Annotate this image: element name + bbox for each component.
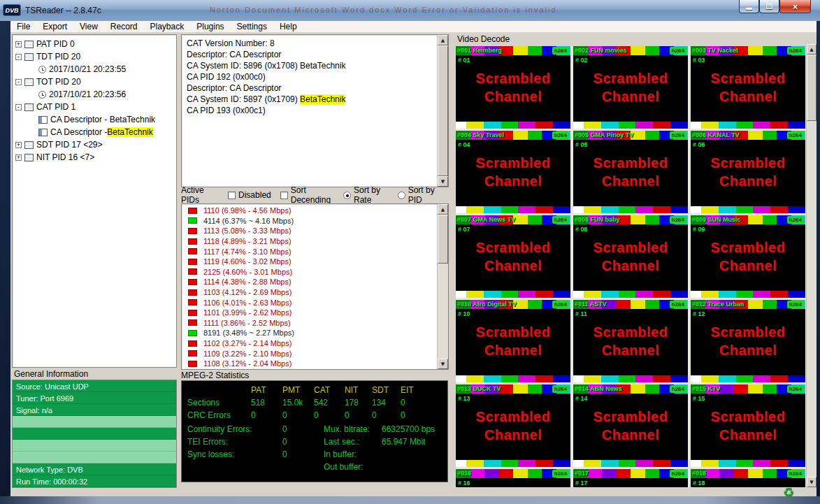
tree-item[interactable]: +PAT PID 0 [13,38,176,50]
channel-label: #015 KTV [692,385,721,392]
active-pids-list[interactable]: 1110 (6.98% - 4.56 Mbps)4114 (6.37% ~ 4.… [181,203,449,370]
red-pid-chip [188,279,197,285]
pid-row[interactable]: 1113 (5.08% - 3.33 Mbps) [182,226,437,236]
pid-row[interactable]: 1111 (3.86% - 2.52 Mbps) [182,318,437,329]
color-bar-segment [631,300,645,309]
menu-item-export[interactable]: Export [36,21,73,32]
close-button[interactable]: × [779,0,811,13]
menu-item-playback[interactable]: Playback [144,21,191,32]
pids-scrollbar[interactable]: ▲ ▼ [437,204,448,369]
scroll-up-button[interactable]: ▲ [807,44,817,55]
detail-panel[interactable]: CAT Version Number: 8Descriptor: CA Desc… [181,34,449,187]
video-thumbnail[interactable]: #012 Trace Urbanh264# 12ScrambledChannel [691,300,805,382]
expander-minus-icon[interactable]: - [15,104,22,110]
pid-row[interactable]: 1102 (3.27% - 2.14 Mbps) [182,338,437,349]
scroll-thumb[interactable] [438,215,448,264]
video-thumbnail[interactable]: #007 GMA News TVh264# 07ScrambledChannel [456,215,570,298]
scroll-up-button[interactable]: ▲ [438,35,448,45]
video-scrollbar[interactable]: ▲ ▼ [806,44,817,487]
pid-row[interactable]: 1101 (3.99% - 2.62 Mbps) [182,308,437,318]
pid-row[interactable]: 8191 (3.48% ~ 2.27 Mbps) [182,328,437,338]
info-row [13,440,176,452]
expander-plus-icon[interactable]: + [15,154,22,161]
pid-row[interactable]: 4114 (6.37% ~ 4.16 Mbps) [182,216,437,226]
video-thumbnail[interactable]: #006 KANAL TVh264# 06ScrambledChannel [691,131,805,213]
tree-item[interactable]: CA Descriptor - BetaTechnik [13,126,176,138]
tree-item[interactable]: -CAT PID 1 [13,101,176,113]
checkbox-sort-decending[interactable]: Sort Decending [280,185,334,205]
video-thumbnail[interactable]: #017h264# 17ScrambledChannel [573,469,688,487]
scroll-track[interactable] [807,55,817,477]
detail-scrollbar[interactable]: ▲ ▼ [437,35,448,187]
menu-item-view[interactable]: View [73,21,104,32]
pid-row[interactable]: 1103 (4.12% - 2.69 Mbps) [182,287,437,298]
menu-item-file[interactable]: File [10,21,36,32]
video-thumbnail[interactable]: #010 Afro Digital TVh264# 10ScrambledCha… [456,300,570,382]
pid-row[interactable]: 1110 (6.98% - 4.56 Mbps) [182,206,437,216]
scroll-track[interactable] [438,45,448,176]
expander-plus-icon[interactable]: + [15,142,22,148]
menu-item-plugins[interactable]: Plugins [190,21,230,32]
radio-selected-icon[interactable] [343,192,351,199]
codec-badge-h264: h264 [552,47,569,55]
tree-item[interactable]: 2017/10/21 20:23:55 [13,63,176,75]
menu-item-help[interactable]: Help [273,21,303,32]
checkbox-disabled[interactable]: Disabled [228,185,271,205]
radio-sort-by-rate[interactable]: Sort by Rate [343,185,389,205]
pid-row[interactable]: 1117 (4.74% - 3.10 Mbps) [182,246,437,257]
scroll-thumb[interactable] [807,55,817,121]
scroll-thumb[interactable] [438,45,448,176]
tree-item[interactable]: -TOT PID 20 [13,75,176,88]
tree-item[interactable]: 2017/10/21 20:23:56 [13,88,176,101]
pid-row[interactable]: 1106 (4.01% - 2.63 Mbps) [182,297,437,308]
video-thumbnail[interactable]: #001 Heimbergh264# 01ScrambledChannel [456,46,570,129]
scroll-down-button[interactable]: ▼ [438,359,448,369]
pid-row[interactable]: 1108 (3.12% - 2.04 Mbps) [182,359,437,369]
radio-sort-by-pid[interactable]: Sort by PID [398,185,440,205]
pid-row[interactable]: 1118 (4.89% - 3.21 Mbps) [182,236,437,247]
video-thumbnail[interactable]: #002 FUN moviesh264# 02ScrambledChannel [573,46,688,129]
expander-minus-icon[interactable]: - [15,79,22,85]
checkbox-unchecked-icon[interactable] [280,192,288,199]
color-bar-segment [701,122,719,129]
expander-minus-icon[interactable]: - [15,54,22,60]
video-thumbnail[interactable]: #005 GMA Pinoy TVh264# 05ScrambledChanne… [573,131,688,213]
video-thumbnail[interactable]: #015 KTVh264# 15ScrambledChannel [691,384,805,467]
stream-tree[interactable]: +PAT PID 0-TDT PID 202017/10/21 20:23:55… [12,34,177,368]
window-border-bottom [0,496,820,504]
tree-item[interactable]: -TDT PID 20 [13,50,176,63]
minimize-button[interactable] [739,0,759,13]
pid-row[interactable]: 2125 (4.60% - 3.01 Mbps) [182,267,437,278]
menu-item-record[interactable]: Record [104,21,144,32]
expander-plus-icon[interactable]: + [15,41,22,48]
scroll-up-button[interactable]: ▲ [438,204,448,215]
video-thumbnail[interactable]: #013 DUCK TVh264# 13ScrambledChannel [456,384,570,467]
menu-item-settings[interactable]: Settings [231,21,273,32]
video-thumbnail[interactable]: #008 FUN babyh264# 08ScrambledChannel [573,215,688,298]
video-thumbnail[interactable]: #014 ABN Newsh264# 14ScrambledChannel [573,384,688,467]
tree-item[interactable]: CA Descriptor - BetaTechnik [13,113,176,126]
scroll-track[interactable] [438,215,448,359]
program-number: # 05 [575,141,588,148]
video-thumbnail[interactable]: #009 SUN Musich264# 09ScrambledChannel [691,215,805,298]
pid-row[interactable]: 1109 (3.22% - 2.10 Mbps) [182,348,437,359]
scrambled-channel-text: ScrambledChannel [456,408,570,444]
radio-unselected-icon[interactable] [398,192,405,199]
tree-item[interactable]: +SDT PID 17 <29> [13,138,176,151]
checkbox-unchecked-icon[interactable] [228,192,236,199]
tree-item[interactable]: +NIT PID 16 <7> [13,151,176,164]
video-thumbnail[interactable]: #016h264# 16ScrambledChannel [456,469,570,487]
maximize-button[interactable] [759,0,779,13]
pid-row[interactable]: 1114 (4.38% - 2.88 Mbps) [182,277,437,287]
pid-row[interactable]: 1119 (4.60% - 3.02 Mbps) [182,257,437,267]
video-thumbnail[interactable]: #011 ASTVh264# 11ScrambledChannel [573,300,688,382]
stats-row-label: CRC Errors [187,410,231,420]
program-number: # 13 [458,395,470,402]
video-thumbnail[interactable]: #004 Sky Travelh264# 04ScrambledChannel [456,131,570,213]
video-thumbnail[interactable]: #003 TV Nacketh264# 03ScrambledChannel [691,46,805,129]
scroll-down-button[interactable]: ▼ [807,477,817,487]
color-bar-segment [653,375,670,382]
pid-text: 8191 (3.48% ~ 2.27 Mbps) [203,329,294,337]
title-bar[interactable]: DVB TSReader -- 2.8.47c Norton Document … [0,0,820,21]
codec-badge-h264: h264 [787,131,804,139]
